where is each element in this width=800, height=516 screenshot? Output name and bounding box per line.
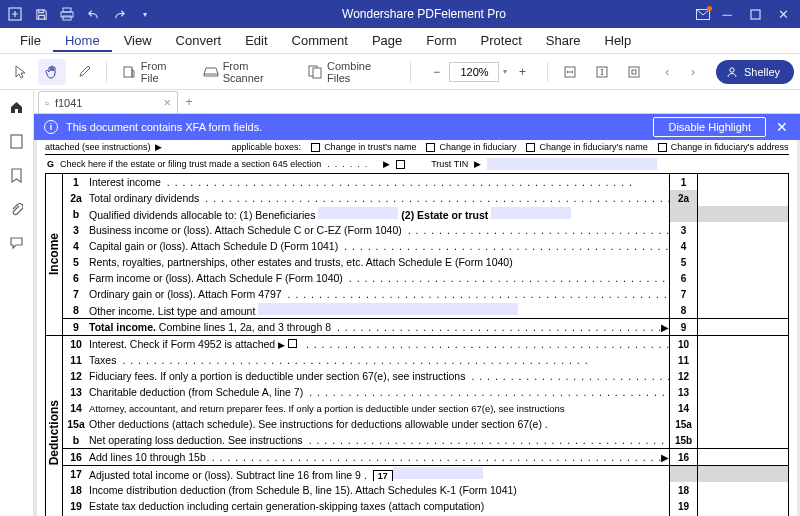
xfa-banner: i This document contains XFA form fields… bbox=[34, 114, 800, 140]
amount-field[interactable] bbox=[698, 368, 789, 384]
hand-tool[interactable] bbox=[38, 59, 66, 85]
form-field[interactable] bbox=[258, 303, 518, 315]
xfa-message: This document contains XFA form fields. bbox=[66, 121, 645, 133]
fit-width-button[interactable] bbox=[556, 59, 584, 85]
checkbox[interactable] bbox=[658, 143, 667, 152]
comments-button[interactable] bbox=[4, 230, 30, 256]
amount-field[interactable] bbox=[698, 482, 789, 498]
menubar: File Home View Convert Edit Comment Page… bbox=[0, 28, 800, 54]
amount-field[interactable] bbox=[698, 384, 789, 400]
menu-view[interactable]: View bbox=[112, 29, 164, 52]
edit-tool[interactable] bbox=[70, 59, 98, 85]
amount-field[interactable] bbox=[698, 222, 789, 238]
svg-rect-8 bbox=[313, 68, 321, 78]
fit-page-button[interactable] bbox=[588, 59, 616, 85]
income-label: Income bbox=[45, 174, 63, 335]
checkbox[interactable] bbox=[288, 339, 297, 348]
menu-home[interactable]: Home bbox=[53, 29, 112, 52]
trust-tin-field[interactable] bbox=[487, 158, 657, 170]
from-scanner-button[interactable]: From Scanner bbox=[197, 59, 298, 85]
checkbox[interactable] bbox=[396, 160, 405, 169]
tab-add-button[interactable]: + bbox=[178, 91, 200, 113]
tabstrip: ▫ f1041 × + bbox=[34, 90, 800, 114]
undo-icon[interactable] bbox=[82, 3, 104, 25]
zoom-dropdown-icon[interactable]: ▾ bbox=[501, 67, 509, 76]
svg-rect-14 bbox=[11, 135, 22, 148]
document-tab[interactable]: ▫ f1041 × bbox=[38, 91, 178, 113]
checkbox[interactable] bbox=[426, 143, 435, 152]
zoom-in-button[interactable]: + bbox=[511, 61, 533, 83]
amount-field[interactable] bbox=[698, 190, 789, 206]
amount-field[interactable] bbox=[698, 400, 789, 416]
close-button[interactable]: ✕ bbox=[770, 3, 796, 25]
tab-close-button[interactable]: × bbox=[163, 95, 171, 110]
amount-field[interactable] bbox=[698, 319, 789, 335]
amount-field[interactable] bbox=[698, 286, 789, 302]
sidebar bbox=[0, 90, 34, 516]
menu-page[interactable]: Page bbox=[360, 29, 414, 52]
app-menu-icon[interactable] bbox=[4, 3, 26, 25]
user-button[interactable]: Shelley bbox=[716, 60, 794, 84]
amount-field[interactable] bbox=[698, 432, 789, 448]
form-field[interactable] bbox=[318, 207, 398, 219]
amount-field[interactable] bbox=[698, 174, 789, 190]
maximize-button[interactable] bbox=[742, 3, 768, 25]
zoom-input[interactable] bbox=[449, 62, 499, 82]
disable-highlight-button[interactable]: Disable Highlight bbox=[653, 117, 766, 137]
menu-edit[interactable]: Edit bbox=[233, 29, 279, 52]
banner-close-button[interactable]: ✕ bbox=[774, 119, 790, 135]
redo-icon[interactable] bbox=[108, 3, 130, 25]
zoom-out-button[interactable]: − bbox=[425, 61, 447, 83]
form-field[interactable] bbox=[491, 207, 571, 219]
home-panel-button[interactable] bbox=[4, 94, 30, 120]
bookmarks-button[interactable] bbox=[4, 162, 30, 188]
next-page-button[interactable]: › bbox=[682, 61, 704, 83]
amount-field[interactable] bbox=[698, 302, 789, 318]
document-viewport[interactable]: attached (see instructions) ▶ applicable… bbox=[34, 140, 800, 516]
from-file-button[interactable]: From File bbox=[115, 59, 193, 85]
combine-button[interactable]: Combine Files bbox=[301, 59, 402, 85]
select-tool[interactable] bbox=[6, 59, 34, 85]
actual-size-icon bbox=[626, 64, 642, 80]
checkbox[interactable] bbox=[311, 143, 320, 152]
menu-comment[interactable]: Comment bbox=[280, 29, 360, 52]
menu-protect[interactable]: Protect bbox=[469, 29, 534, 52]
amount-field[interactable] bbox=[698, 449, 789, 465]
thumbnails-button[interactable] bbox=[4, 128, 30, 154]
print-icon[interactable] bbox=[56, 3, 78, 25]
form-field[interactable] bbox=[393, 467, 483, 479]
menu-share[interactable]: Share bbox=[534, 29, 593, 52]
save-icon[interactable] bbox=[30, 3, 52, 25]
amount-field[interactable] bbox=[698, 254, 789, 270]
menu-help[interactable]: Help bbox=[593, 29, 644, 52]
hand-icon bbox=[44, 64, 60, 80]
amount-field[interactable] bbox=[698, 238, 789, 254]
row-g: G Check here if the estate or filing tru… bbox=[45, 155, 789, 174]
minimize-button[interactable]: ─ bbox=[714, 3, 740, 25]
mail-icon[interactable] bbox=[692, 3, 714, 25]
prev-page-button[interactable]: ‹ bbox=[656, 61, 678, 83]
menu-form[interactable]: Form bbox=[414, 29, 468, 52]
svg-rect-6 bbox=[124, 67, 132, 77]
amount-field[interactable] bbox=[698, 352, 789, 368]
attachments-button[interactable] bbox=[4, 196, 30, 222]
checkbox[interactable] bbox=[526, 143, 535, 152]
pdf-page: attached (see instructions) ▶ applicable… bbox=[37, 140, 797, 516]
fit-page-icon bbox=[594, 64, 610, 80]
menu-convert[interactable]: Convert bbox=[164, 29, 234, 52]
amount-field[interactable] bbox=[698, 270, 789, 286]
app-title: Wondershare PDFelement Pro bbox=[156, 7, 692, 21]
deductions-label: Deductions bbox=[45, 336, 63, 516]
svg-rect-1 bbox=[63, 8, 71, 12]
amount-field[interactable] bbox=[698, 416, 789, 432]
amount-field[interactable] bbox=[698, 336, 789, 352]
form-top-row: attached (see instructions) ▶ applicable… bbox=[45, 140, 789, 155]
qat-dropdown-icon[interactable]: ▾ bbox=[134, 3, 156, 25]
toolbar: From File From Scanner Combine Files − ▾… bbox=[0, 54, 800, 90]
svg-rect-5 bbox=[751, 10, 760, 19]
scanner-icon bbox=[203, 64, 219, 80]
amount-field[interactable] bbox=[698, 498, 789, 514]
svg-rect-12 bbox=[632, 70, 636, 74]
menu-file[interactable]: File bbox=[8, 29, 53, 52]
actual-size-button[interactable] bbox=[620, 59, 648, 85]
